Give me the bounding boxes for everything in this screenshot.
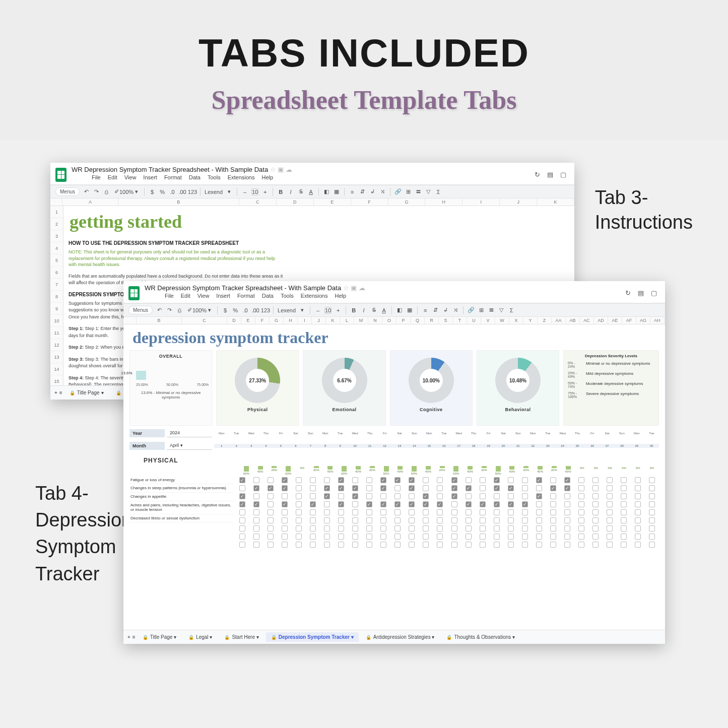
day-checkbox[interactable]	[296, 534, 302, 540]
day-checkbox[interactable]	[423, 525, 429, 532]
fill-icon[interactable]: ◧	[323, 188, 330, 195]
day-checkbox[interactable]	[324, 517, 330, 523]
day-checkbox[interactable]: ✓	[451, 477, 457, 483]
day-checkbox[interactable]	[282, 509, 288, 515]
day-checkbox[interactable]	[466, 509, 472, 515]
day-checkbox[interactable]	[550, 509, 556, 515]
day-checkbox[interactable]	[578, 542, 584, 548]
menu-extensions[interactable]: Extensions	[228, 174, 255, 180]
print-icon[interactable]: ⎙	[103, 188, 110, 195]
day-checkbox[interactable]	[437, 485, 443, 491]
day-checkbox[interactable]	[296, 517, 302, 523]
day-checkbox[interactable]	[394, 534, 401, 540]
day-checkbox[interactable]	[268, 534, 274, 540]
day-checkbox[interactable]	[451, 501, 457, 507]
day-checkbox[interactable]	[352, 517, 358, 523]
day-checkbox[interactable]	[253, 525, 259, 532]
fontsize[interactable]: 10	[251, 188, 258, 195]
day-checkbox[interactable]	[649, 509, 655, 515]
day-checkbox[interactable]: ✓	[508, 501, 514, 507]
day-checkbox[interactable]: ✓	[324, 493, 330, 499]
day-checkbox[interactable]	[409, 493, 415, 499]
day-checkbox[interactable]	[310, 477, 316, 483]
day-checkbox[interactable]: ✓	[394, 501, 401, 507]
menu-file[interactable]: File	[165, 293, 174, 299]
all-sheets-icon[interactable]: ≡	[133, 634, 136, 640]
day-checkbox[interactable]: ✓	[253, 501, 259, 507]
menu-help[interactable]: Help	[335, 293, 346, 299]
day-checkbox[interactable]	[550, 517, 556, 523]
day-checkbox[interactable]	[635, 501, 641, 507]
day-checkbox[interactable]	[409, 509, 415, 515]
day-checkbox[interactable]: ✓	[564, 485, 570, 491]
day-checkbox[interactable]	[423, 485, 429, 491]
day-checkbox[interactable]	[592, 501, 599, 507]
day-checkbox[interactable]	[621, 509, 627, 515]
day-checkbox[interactable]	[338, 509, 344, 515]
day-checkbox[interactable]	[578, 534, 584, 540]
day-checkbox[interactable]: ✓	[423, 493, 429, 499]
menu-insert[interactable]: Insert	[216, 293, 230, 299]
day-checkbox[interactable]	[550, 501, 556, 507]
day-checkbox[interactable]	[268, 525, 274, 532]
day-checkbox[interactable]	[352, 509, 358, 515]
day-checkbox[interactable]	[578, 477, 584, 483]
day-checkbox[interactable]	[607, 485, 613, 491]
day-checkbox[interactable]	[239, 509, 245, 515]
day-checkbox[interactable]	[494, 534, 500, 540]
day-checkbox[interactable]	[508, 517, 514, 523]
month-select[interactable]: April ▾	[167, 441, 212, 450]
day-checkbox[interactable]	[253, 493, 259, 499]
day-checkbox[interactable]	[268, 501, 274, 507]
day-checkbox[interactable]	[394, 509, 401, 515]
day-checkbox[interactable]	[324, 542, 330, 548]
day-checkbox[interactable]	[635, 542, 641, 548]
bold-icon[interactable]: B	[277, 188, 284, 195]
day-checkbox[interactable]	[239, 517, 245, 523]
day-checkbox[interactable]	[564, 509, 570, 515]
day-checkbox[interactable]	[409, 542, 415, 548]
day-checkbox[interactable]	[621, 525, 627, 532]
day-checkbox[interactable]	[635, 517, 641, 523]
menu-view[interactable]: View	[124, 174, 137, 180]
day-checkbox[interactable]	[508, 509, 514, 515]
day-checkbox[interactable]	[296, 477, 302, 483]
day-checkbox[interactable]	[310, 542, 316, 548]
day-checkbox[interactable]	[508, 542, 514, 548]
day-checkbox[interactable]: ✓	[423, 501, 429, 507]
day-checkbox[interactable]	[480, 485, 486, 491]
menu-view[interactable]: View	[197, 293, 210, 299]
day-checkbox[interactable]	[451, 517, 457, 523]
day-checkbox[interactable]	[494, 517, 500, 523]
day-checkbox[interactable]	[437, 525, 443, 532]
day-checkbox[interactable]	[649, 534, 655, 540]
day-checkbox[interactable]	[338, 542, 344, 548]
day-checkbox[interactable]	[338, 534, 344, 540]
day-checkbox[interactable]	[451, 525, 457, 532]
day-checkbox[interactable]	[253, 517, 259, 523]
menu-extensions[interactable]: Extensions	[301, 293, 328, 299]
day-checkbox[interactable]: ✓	[338, 477, 344, 483]
comment-icon[interactable]: ▤	[547, 171, 553, 178]
day-checkbox[interactable]	[649, 477, 655, 483]
day-checkbox[interactable]: ✓	[239, 493, 245, 499]
all-sheets-icon[interactable]: ≡	[59, 390, 62, 395]
day-checkbox[interactable]: ✓	[338, 485, 344, 491]
day-checkbox[interactable]: ✓	[409, 485, 415, 491]
day-checkbox[interactable]	[607, 501, 613, 507]
day-checkbox[interactable]	[338, 517, 344, 523]
day-checkbox[interactable]	[508, 477, 514, 483]
history-icon[interactable]: ↻	[535, 171, 540, 178]
day-checkbox[interactable]: ✓	[282, 485, 288, 491]
day-checkbox[interactable]	[621, 534, 627, 540]
day-checkbox[interactable]: ✓	[508, 485, 514, 491]
day-checkbox[interactable]	[282, 493, 288, 499]
day-checkbox[interactable]	[437, 517, 443, 523]
day-checkbox[interactable]	[324, 525, 330, 532]
day-checkbox[interactable]: ✓	[451, 485, 457, 491]
menus-chip[interactable]: Menus	[55, 187, 80, 196]
day-checkbox[interactable]	[635, 493, 641, 499]
day-checkbox[interactable]	[366, 477, 372, 483]
day-checkbox[interactable]	[451, 534, 457, 540]
day-checkbox[interactable]: ✓	[239, 477, 245, 483]
